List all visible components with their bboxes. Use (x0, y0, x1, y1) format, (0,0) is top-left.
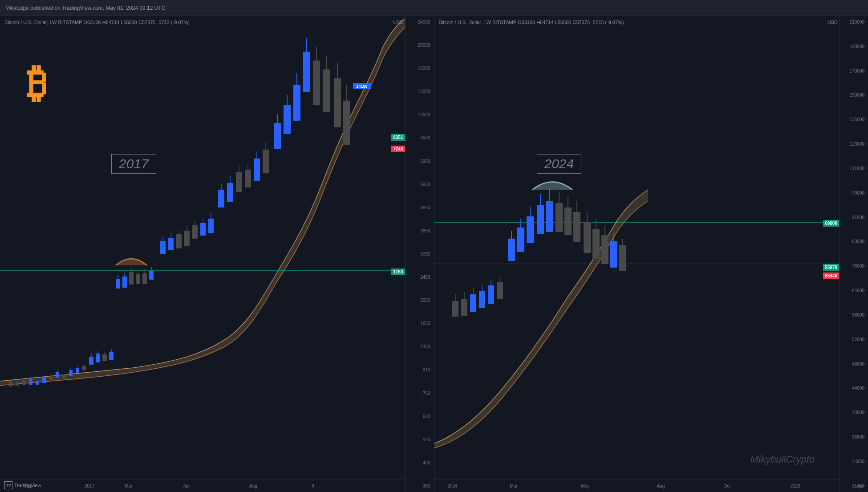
right-year-label: 2024 (537, 154, 582, 174)
svg-rect-16 (62, 374, 66, 378)
left-badge-7248: 7248 (391, 146, 405, 152)
left-usd-label: USD (393, 20, 403, 25)
left-chart-svg: 14158 (0, 16, 405, 480)
left-badge-1163: 1163 (391, 268, 405, 275)
svg-rect-86 (434, 16, 840, 480)
left-year-label: 2017 (111, 154, 156, 174)
svg-rect-0 (0, 16, 405, 480)
tradingview-logo-left: TV TradingView (4, 481, 41, 489)
watermark: MikybullCrypto (750, 454, 815, 465)
bitcoin-logo: ₿ (27, 61, 47, 106)
right-time-axis: 2024 Mar May Aug Oct 2025 Apr (434, 480, 840, 492)
svg-rect-6 (22, 380, 26, 385)
publisher-text: MikyEdge published on TradingView.com, M… (5, 5, 165, 11)
left-chart-panel: Bitcoin / U.S. Dollar, 1W BITSTAMP O6310… (0, 16, 434, 492)
right-chart-header: Bitcoin / U.S. Dollar, 1W BITSTAMP O6310… (439, 20, 624, 25)
left-time-axis: Sep 2017 Mar Jun Aug 9 (0, 480, 405, 492)
svg-rect-9 (36, 381, 39, 385)
right-chart-panel: Bitcoin / U.S. Dollar, 1W BITSTAMP O6310… (434, 16, 868, 492)
right-badge-55978: 55978 (823, 264, 839, 271)
left-chart-info: Bitcoin / U.S. Dollar, 1W BITSTAMP O6310… (4, 20, 190, 25)
right-usd-label: USD (827, 20, 838, 25)
charts-container: Bitcoin / U.S. Dollar, 1W BITSTAMP O6310… (0, 16, 868, 492)
right-chart-svg (434, 16, 840, 480)
tv-icon-left: TV (4, 481, 12, 489)
svg-rect-21 (82, 366, 86, 370)
left-chart-header: Bitcoin / U.S. Dollar, 1W BITSTAMP O6310… (4, 20, 190, 25)
right-badge-55440: 55440 (823, 272, 839, 279)
left-badge-8251: 8251 (391, 134, 405, 141)
svg-text:14158: 14158 (356, 84, 367, 89)
left-price-axis: 24000 20000 16000 13000 10500 8500 6900 … (405, 16, 434, 492)
right-chart-info: Bitcoin / U.S. Dollar, 1W BITSTAMP O6310… (439, 20, 624, 25)
right-price-axis: 210000 190000 170000 150000 135000 12300… (839, 16, 868, 492)
right-badge-69000: 69000 (823, 220, 839, 227)
top-bar: MikyEdge published on TradingView.com, M… (0, 0, 868, 16)
